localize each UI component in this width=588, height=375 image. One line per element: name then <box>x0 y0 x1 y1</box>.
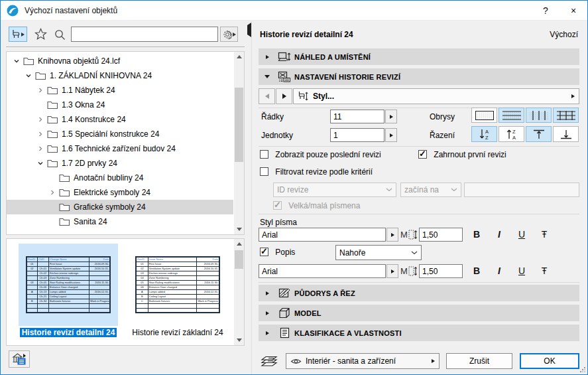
bold-button[interactable]: B <box>469 228 485 241</box>
cancel-button[interactable]: Zrušit <box>446 353 512 369</box>
units-spinner[interactable] <box>385 128 397 142</box>
italic-button[interactable]: I <box>491 264 507 277</box>
sort-ascending-toggle[interactable]: A Z <box>471 126 497 142</box>
tree-item[interactable]: Sanita 24 <box>7 214 233 229</box>
preview-item[interactable]: RevIDIssue NameDate01First Issue2016.09.… <box>128 244 227 337</box>
font-secondary-spinner[interactable] <box>386 264 398 278</box>
chevron-right-icon <box>259 291 276 295</box>
section-revision-settings[interactable]: NASTAVENÍ HISTORIE REVIZÍ <box>259 68 579 85</box>
sort-newest-top-toggle[interactable] <box>526 126 552 142</box>
sort-newest-bottom-toggle[interactable] <box>553 126 579 142</box>
case-sensitive-row: Velká/malá písmena <box>273 200 360 210</box>
previous-style-button[interactable] <box>259 88 275 104</box>
newest-on-bottom-icon <box>558 127 574 141</box>
outline-vertical-toggle[interactable] <box>526 108 552 123</box>
sorting-toggle-group: A Z Z A <box>471 126 580 143</box>
object-tool-button[interactable] <box>9 27 27 42</box>
font-primary-input[interactable] <box>259 228 386 242</box>
preview-scrollbar[interactable] <box>234 239 244 345</box>
tree-item[interactable]: Anotační bubliny 24 <box>7 171 233 185</box>
section-model[interactable]: MODEL <box>259 305 579 321</box>
settings-gear-button[interactable] <box>220 27 238 42</box>
scroll-up-arrow[interactable] <box>234 239 244 249</box>
preview-item-label[interactable]: Historie revizí základní 24 <box>128 328 227 337</box>
filter-value-input[interactable] <box>464 183 579 197</box>
chevron-down-icon[interactable] <box>12 58 21 64</box>
section-preview-placement[interactable]: NÁHLED A UMÍSTĚNÍ <box>259 48 579 65</box>
tree-item[interactable]: Grafické symboly 24 <box>7 200 233 214</box>
section-classification[interactable]: KLASIFIKACE A VLASTNOSTI <box>259 325 579 341</box>
eye-icon <box>290 358 302 365</box>
font-primary-size-input[interactable] <box>419 228 463 242</box>
tree-item[interactable]: Elektrické symboly 24 <box>7 185 233 200</box>
italic-button[interactable]: I <box>491 228 507 241</box>
outline-grid-toggle[interactable] <box>553 108 579 123</box>
bold-button[interactable]: B <box>469 264 485 277</box>
favorites-button[interactable] <box>33 27 48 41</box>
style-selector[interactable]: Styl... <box>293 88 579 104</box>
preview-scrollbar-thumb[interactable] <box>235 250 243 269</box>
tree-scrollbar[interactable] <box>234 52 244 234</box>
tree-item[interactable]: 1.4 Konstrukce 24 <box>7 112 233 127</box>
resize-grip[interactable] <box>580 367 585 372</box>
rows-input[interactable] <box>330 110 384 123</box>
preview-item-label[interactable]: Historie revizí detailní 24 <box>19 328 118 337</box>
filter-operator-dropdown[interactable]: začíná na <box>400 183 461 197</box>
next-style-button[interactable] <box>276 88 292 104</box>
search-input[interactable] <box>71 27 218 42</box>
include-first-revision-checkbox[interactable] <box>418 150 427 159</box>
show-last-revision-row: Zobrazit pouze poslední revizi <box>260 149 381 159</box>
layer-selector[interactable]: Interiér - sanita a zařízení <box>286 353 440 369</box>
chevron-right-icon[interactable] <box>48 189 57 196</box>
units-input[interactable] <box>330 128 384 142</box>
ok-button[interactable]: OK <box>520 353 579 369</box>
tree-item[interactable]: Knihovna objektů 24.lcf <box>7 54 233 68</box>
search-button[interactable] <box>53 28 66 41</box>
font-secondary-input[interactable] <box>259 264 386 278</box>
chevron-down-icon <box>411 251 418 255</box>
object-default-settings-dialog: Výchozí nastavení objektů ? × Knihovn <box>0 0 588 375</box>
tree-item[interactable]: 1.1 Nábytek 24 <box>7 83 233 98</box>
tree-item[interactable]: 1.7 2D prvky 24 <box>7 156 233 171</box>
chevron-down-icon[interactable] <box>24 72 33 79</box>
strikethrough-button[interactable]: Ŧ <box>536 264 552 277</box>
chevron-right-icon[interactable] <box>36 116 45 123</box>
description-position-dropdown[interactable]: Nahoře <box>335 245 422 260</box>
case-sensitive-checkbox[interactable] <box>273 201 282 210</box>
underline-button[interactable]: U <box>514 264 530 277</box>
chevron-right-icon[interactable] <box>36 131 45 137</box>
scroll-up-arrow[interactable] <box>234 52 244 62</box>
description-checkbox[interactable] <box>260 248 268 256</box>
scroll-down-arrow[interactable] <box>234 335 244 345</box>
filter-field-dropdown[interactable]: ID revize <box>273 183 396 197</box>
section-label: PŮDORYS A ŘEZ <box>294 289 355 297</box>
font-secondary-size-input[interactable] <box>419 264 463 278</box>
scroll-down-arrow[interactable] <box>234 224 244 234</box>
outline-horizontal-toggle[interactable] <box>499 108 524 123</box>
filter-revisions-checkbox[interactable] <box>260 167 268 176</box>
font-primary-spinner[interactable] <box>386 228 398 242</box>
tree-scrollbar-thumb[interactable] <box>235 88 243 162</box>
strikethrough-button[interactable]: Ŧ <box>536 228 552 241</box>
underline-button[interactable]: U <box>514 228 530 241</box>
classification-manager-button[interactable] <box>9 350 30 368</box>
tree-item[interactable]: 1.3 Okna 24 <box>7 98 233 112</box>
chevron-right-icon[interactable] <box>36 87 45 94</box>
close-button[interactable]: × <box>559 1 587 20</box>
preview-item[interactable]: RevIDChIDChange NameDate01First Issue201… <box>19 244 118 337</box>
outline-none-toggle[interactable] <box>471 108 497 123</box>
chevron-right-icon[interactable] <box>36 145 45 152</box>
chevron-down-icon <box>386 188 392 192</box>
rows-spinner[interactable] <box>385 110 397 123</box>
folder-icon <box>47 100 58 110</box>
tree-item[interactable]: 1.5 Speciální konstrukce 24 <box>7 127 233 141</box>
sort-descending-toggle[interactable]: Z A <box>499 126 524 142</box>
tree-item[interactable]: 1. ZÁKLADNÍ KNIHOVNA 24 <box>7 68 233 83</box>
chevron-down-icon[interactable] <box>36 160 45 167</box>
show-last-revision-checkbox[interactable] <box>260 150 268 159</box>
chevron-right-icon <box>259 331 276 335</box>
section-plan-section[interactable]: PŮDORYS A ŘEZ <box>259 285 579 301</box>
tree-item[interactable]: 1.6 Technické zařízení budov 24 <box>7 141 233 156</box>
help-button[interactable]: ? <box>532 1 559 20</box>
tree-item-label: Anotační bubliny 24 <box>74 173 143 183</box>
